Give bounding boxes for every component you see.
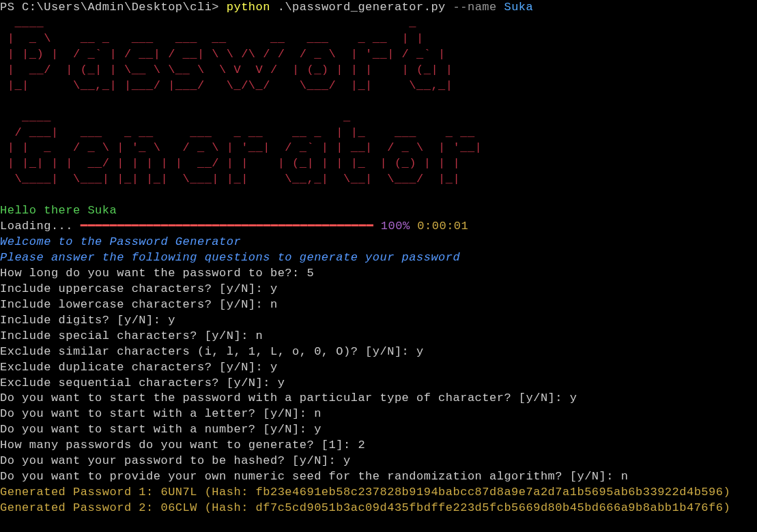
name-argument: Suka xyxy=(497,1,534,14)
loading-label: Loading... xyxy=(0,220,81,233)
greeting-text: Hello there Suka xyxy=(0,203,757,219)
qa-line: Include lowercase characters? [y/N]: n xyxy=(0,297,757,313)
results-block: Generated Password 1: 6UN7L (Hash: fb23e… xyxy=(0,485,757,516)
qa-line: How long do you want the password to be?… xyxy=(0,266,757,282)
qa-line: Do you want to start with a letter? [y/N… xyxy=(0,407,757,422)
qa-line: Exclude duplicate characters? [y/N]: y xyxy=(0,360,757,376)
generated-password-line: Generated Password 2: 06CLW (Hash: df7c5… xyxy=(0,501,757,516)
qa-line: Include uppercase characters? [y/N]: y xyxy=(0,282,757,297)
welcome-text: Welcome to the Password Generator xyxy=(0,235,757,250)
command-prompt-line[interactable]: PS C:\Users\Admin\Desktop\cli> python .\… xyxy=(0,0,757,16)
qa-line: Do you want to start the password with a… xyxy=(0,391,757,407)
generated-password-line: Generated Password 1: 6UN7L (Hash: fb23e… xyxy=(0,485,757,501)
qa-line: Do you want to provide your own numeric … xyxy=(0,469,757,485)
qa-line: Do you want your password to be hashed? … xyxy=(0,454,757,469)
qa-line: Exclude similar characters (i, l, 1, L, … xyxy=(0,344,757,360)
name-flag: --name xyxy=(453,1,497,14)
instructions-text: Please answer the following questions to… xyxy=(0,250,757,266)
elapsed-time: 0:00:01 xyxy=(410,220,469,233)
qa-line: Include digits? [y/N]: y xyxy=(0,313,757,329)
progress-bar: ━━━━━━━━━━━━━━━━━━━━━━━━━━━━━━━━━━━━━━━━ xyxy=(81,220,373,233)
qa-line: Include special characters? [y/N]: n xyxy=(0,329,757,344)
ps-prompt: PS C:\Users\Admin\Desktop\cli> xyxy=(0,1,227,14)
qa-line: How many passwords do you want to genera… xyxy=(0,438,757,454)
python-command: python xyxy=(227,1,270,14)
qa-line: Exclude sequential characters? [y/N]: y xyxy=(0,376,757,391)
loading-line: Loading... ━━━━━━━━━━━━━━━━━━━━━━━━━━━━━… xyxy=(0,219,757,235)
progress-percent: 100% xyxy=(373,220,410,233)
script-path: .\password_generator.py xyxy=(270,1,453,14)
qa-block: How long do you want the password to be?… xyxy=(0,266,757,485)
qa-line: Do you want to start with a number? [y/N… xyxy=(0,422,757,438)
ascii-banner: ____ _ | _ \ __ _ ___ ___ __ __ ___ _ __… xyxy=(0,16,757,203)
